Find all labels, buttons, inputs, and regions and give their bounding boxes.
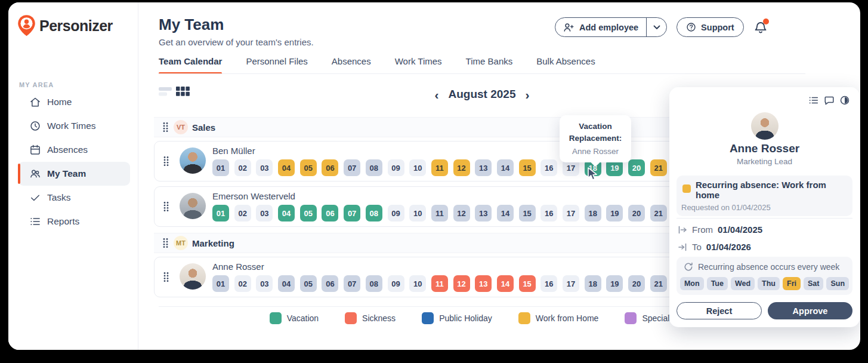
sidebar-item-work-times[interactable]: Work Times: [18, 114, 130, 138]
day-cell[interactable]: 19: [606, 275, 623, 292]
day-cell[interactable]: 11: [431, 275, 448, 292]
sidebar-item-home[interactable]: Home: [18, 90, 130, 114]
day-cell[interactable]: 03: [256, 205, 273, 222]
sidebar-item-reports[interactable]: Reports: [18, 210, 130, 233]
day-cell[interactable]: 01: [212, 205, 229, 222]
day-cell[interactable]: 03: [256, 275, 273, 292]
day-cell[interactable]: 17: [563, 275, 579, 292]
day-cell[interactable]: 15: [519, 275, 536, 292]
day-cell[interactable]: 19: [606, 205, 623, 222]
tab-time-banks[interactable]: Time Banks: [466, 56, 513, 74]
weekday-fri[interactable]: Fri: [783, 277, 801, 290]
brand-logo[interactable]: Personizer: [17, 14, 113, 37]
day-cell[interactable]: 08: [366, 159, 382, 176]
day-cell[interactable]: 13: [475, 159, 492, 176]
day-cell[interactable]: 10: [409, 275, 426, 292]
day-cell[interactable]: 14: [497, 205, 514, 222]
day-cell[interactable]: 13: [475, 275, 492, 292]
tab-absences[interactable]: Absences: [332, 56, 371, 74]
weekday-sun[interactable]: Sun: [826, 277, 849, 290]
day-cell[interactable]: 13: [475, 205, 492, 222]
user-avatar[interactable]: [777, 19, 795, 36]
day-cell[interactable]: 04: [278, 275, 295, 292]
day-cell[interactable]: 20: [628, 205, 645, 222]
weekday-wed[interactable]: Wed: [731, 277, 755, 290]
day-cell[interactable]: 07: [344, 159, 360, 176]
sidebar-item-tasks[interactable]: Tasks: [18, 186, 130, 210]
day-cell[interactable]: 12: [453, 205, 470, 222]
day-cell[interactable]: 05: [300, 159, 317, 176]
weekday-thu[interactable]: Thu: [758, 277, 780, 290]
day-cell[interactable]: 20: [628, 275, 645, 292]
day-cell[interactable]: 09: [388, 205, 404, 222]
day-cell[interactable]: 08: [366, 275, 382, 292]
tab-bulk-absences[interactable]: Bulk Absences: [536, 56, 595, 74]
day-cell[interactable]: 10: [409, 205, 426, 222]
day-cell[interactable]: 20: [628, 159, 645, 176]
add-employee-button[interactable]: Add employee: [555, 17, 667, 37]
tab-team-calendar[interactable]: Team Calendar: [159, 56, 222, 74]
next-month-button[interactable]: ›: [524, 88, 530, 101]
legend-label: Public Holiday: [439, 313, 492, 323]
day-cell[interactable]: 05: [300, 275, 317, 292]
day-cell[interactable]: 14: [497, 275, 514, 292]
comment-icon[interactable]: [824, 95, 835, 106]
weekday-sat[interactable]: Sat: [804, 277, 823, 290]
day-cell[interactable]: 10: [409, 159, 426, 176]
day-cell[interactable]: 02: [234, 275, 251, 292]
prev-month-button[interactable]: ‹: [434, 88, 440, 101]
reject-button[interactable]: Reject: [677, 302, 762, 319]
drag-handle-icon[interactable]: [163, 272, 169, 282]
day-cell[interactable]: 06: [322, 159, 338, 176]
day-cell[interactable]: 09: [388, 159, 404, 176]
day-cell[interactable]: 05: [300, 205, 317, 222]
details-list-icon[interactable]: [808, 95, 819, 106]
drag-handle-icon[interactable]: [163, 238, 168, 248]
drag-handle-icon[interactable]: [163, 122, 168, 133]
day-cell[interactable]: 16: [540, 205, 557, 222]
day-cell[interactable]: 04: [278, 159, 295, 176]
tab-personnel-files[interactable]: Personnel Files: [246, 56, 307, 74]
day-cell[interactable]: 21: [650, 205, 667, 222]
weekday-tue[interactable]: Tue: [707, 277, 728, 290]
drag-handle-icon[interactable]: [163, 156, 169, 167]
day-cell[interactable]: 12: [453, 159, 470, 176]
day-cell[interactable]: 16: [540, 275, 557, 292]
weekday-mon[interactable]: Mon: [680, 277, 704, 290]
day-cell[interactable]: 14: [497, 159, 514, 176]
day-cell[interactable]: 06: [322, 275, 338, 292]
day-cell[interactable]: 06: [322, 205, 338, 222]
day-cell[interactable]: 16: [540, 159, 557, 176]
day-cell[interactable]: 08: [366, 205, 382, 222]
approve-button[interactable]: Approve: [768, 302, 852, 319]
day-cell[interactable]: 17: [563, 205, 579, 222]
day-cell[interactable]: 18: [585, 275, 601, 292]
sidebar-item-my-team[interactable]: My Team: [18, 162, 130, 186]
day-cell[interactable]: 11: [431, 205, 448, 222]
page-subtitle: Get an overview of your team's entries.: [159, 37, 314, 47]
contrast-icon[interactable]: [839, 95, 850, 106]
day-cell[interactable]: 03: [256, 159, 273, 176]
day-cell[interactable]: 18: [585, 205, 601, 222]
day-cell[interactable]: 02: [234, 205, 251, 222]
day-cell[interactable]: 01: [212, 159, 229, 176]
notifications-button[interactable]: [753, 20, 768, 35]
day-cell[interactable]: 01: [212, 275, 229, 292]
support-button[interactable]: Support: [677, 17, 744, 37]
day-cell[interactable]: 07: [344, 275, 360, 292]
day-cell[interactable]: 15: [519, 205, 536, 222]
tab-work-times[interactable]: Work Times: [395, 56, 442, 74]
drag-handle-icon[interactable]: [163, 202, 169, 212]
day-cell[interactable]: 21: [650, 275, 667, 292]
day-cell[interactable]: 11: [431, 159, 448, 176]
add-employee-dropdown[interactable]: [646, 18, 666, 36]
sidebar-item-absences[interactable]: Absences: [18, 138, 130, 162]
day-cell[interactable]: 09: [388, 275, 404, 292]
day-cell[interactable]: 04: [278, 205, 295, 222]
day-cell[interactable]: 15: [519, 159, 536, 176]
day-cell[interactable]: 02: [234, 159, 251, 176]
day-cell[interactable]: 21: [650, 159, 667, 176]
day-cell[interactable]: 07: [344, 205, 360, 222]
day-cell[interactable]: 12: [453, 275, 470, 292]
sidebar-section-label: MY AREA: [19, 81, 54, 88]
